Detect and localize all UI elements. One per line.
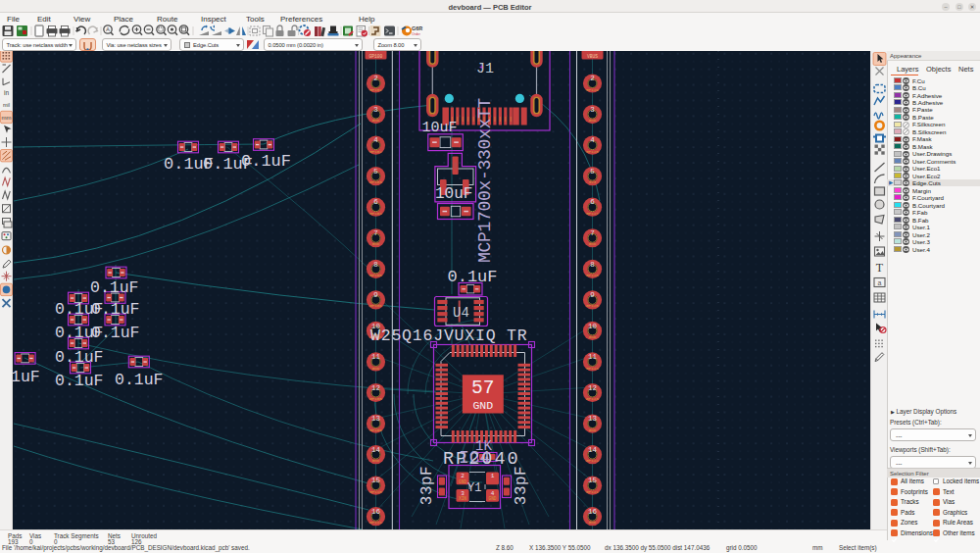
svg-text:GND: GND xyxy=(589,242,597,246)
svg-text:2: 2 xyxy=(590,75,595,82)
svg-text:Order: Order xyxy=(412,32,421,36)
svg-text:GP103: GP103 xyxy=(369,180,382,184)
svg-text:W25Q16JVUXIQ TR: W25Q16JVUXIQ TR xyxy=(370,327,528,345)
svg-text:12: 12 xyxy=(588,384,597,392)
svg-text:GND: GND xyxy=(589,521,597,525)
svg-text:14: 14 xyxy=(371,446,381,454)
svg-text:GP110: GP110 xyxy=(369,490,382,494)
svg-text:10uF: 10uF xyxy=(435,185,472,203)
svg-text:13: 13 xyxy=(371,415,381,423)
svg-text:33pF: 33pF xyxy=(418,466,436,505)
svg-text:GND: GND xyxy=(372,119,380,123)
svg-text:A: A xyxy=(106,26,110,32)
svg-text:XIN: XIN xyxy=(459,496,466,501)
svg-text:33pF: 33pF xyxy=(513,466,530,505)
svg-text:3: 3 xyxy=(590,106,595,114)
svg-text:3: 3 xyxy=(373,106,378,114)
svg-text:3V3: 3V3 xyxy=(589,180,597,184)
svg-text:2: 2 xyxy=(373,75,378,82)
svg-text:GP101: GP101 xyxy=(369,88,382,92)
svg-text:GP100: GP100 xyxy=(369,54,383,59)
svg-text:GND: GND xyxy=(589,428,597,432)
svg-text:T: T xyxy=(876,261,884,275)
svg-text:GND: GND xyxy=(372,242,380,246)
svg-text:GND: GND xyxy=(372,459,380,463)
svg-text:GND: GND xyxy=(589,335,597,339)
svg-text:VBUS: VBUS xyxy=(587,54,598,59)
svg-text:GP124: GP124 xyxy=(586,367,599,371)
svg-text:mm: mm xyxy=(2,115,12,121)
svg-text:9: 9 xyxy=(590,291,595,299)
svg-text:GND: GND xyxy=(488,496,496,501)
svg-text:9: 9 xyxy=(373,291,378,299)
svg-text:Y1: Y1 xyxy=(467,481,481,495)
svg-text:GP108: GP108 xyxy=(369,397,382,401)
svg-text:7: 7 xyxy=(590,229,595,237)
svg-text:in: in xyxy=(4,89,9,96)
svg-text:10uF: 10uF xyxy=(422,120,458,136)
svg-text:7: 7 xyxy=(373,229,378,237)
svg-text:8: 8 xyxy=(590,261,595,269)
svg-text:0.1uF: 0.1uF xyxy=(115,371,164,389)
svg-text:10: 10 xyxy=(588,323,598,330)
svg-text:GP102: GP102 xyxy=(369,150,382,154)
svg-text:16: 16 xyxy=(588,508,598,516)
svg-text:GND: GND xyxy=(459,479,466,484)
svg-text:GP121: GP121 xyxy=(586,490,599,494)
svg-text:5: 5 xyxy=(373,168,378,176)
svg-text:1: 1 xyxy=(491,473,495,479)
svg-text:16: 16 xyxy=(371,508,381,516)
svg-text:GP109: GP109 xyxy=(369,428,382,432)
svg-text:0.1uF: 0.1uF xyxy=(241,152,291,171)
svg-text:4: 4 xyxy=(590,136,595,144)
svg-text:0.1uF: 0.1uF xyxy=(91,300,140,319)
svg-text:0.1uF: 0.1uF xyxy=(55,348,104,367)
svg-text:4: 4 xyxy=(373,136,378,144)
svg-text:11: 11 xyxy=(371,353,381,361)
svg-text:GP122: GP122 xyxy=(586,459,599,463)
svg-text:6: 6 xyxy=(373,198,378,206)
svg-text:GP105: GP105 xyxy=(369,274,382,277)
svg-text:MCP1700x-330xxTT: MCP1700x-330xxTT xyxy=(475,97,495,263)
svg-text:GND: GND xyxy=(589,119,597,123)
svg-text:5: 5 xyxy=(590,168,595,176)
svg-text:0.1uF: 0.1uF xyxy=(90,278,139,297)
svg-text:GND: GND xyxy=(472,399,493,412)
svg-text:a: a xyxy=(878,279,882,286)
svg-text:57: 57 xyxy=(471,377,494,399)
svg-text:GND: GND xyxy=(372,367,380,371)
svg-text:mil: mil xyxy=(3,102,10,108)
svg-text:GP127: GP127 xyxy=(586,212,599,216)
svg-text:GP128: GP128 xyxy=(586,150,599,154)
svg-text:GP125: GP125 xyxy=(586,304,599,308)
svg-text:GP129: GP129 xyxy=(586,88,599,92)
svg-text:13: 13 xyxy=(588,415,598,423)
svg-text:+: + xyxy=(479,64,483,72)
svg-text:11: 11 xyxy=(588,353,598,361)
svg-text:GP123: GP123 xyxy=(586,397,599,401)
svg-text:GP126: GP126 xyxy=(586,274,599,277)
svg-text:8: 8 xyxy=(373,261,378,269)
svg-text:U4: U4 xyxy=(453,305,469,321)
svg-text:0.1uF: 0.1uF xyxy=(91,324,140,342)
svg-text:15: 15 xyxy=(371,477,381,484)
svg-text:GP106: GP106 xyxy=(369,304,382,308)
svg-text:GP104: GP104 xyxy=(369,212,382,216)
svg-text:12: 12 xyxy=(371,384,380,392)
svg-text:0.1uF: 0.1uF xyxy=(55,372,104,390)
svg-text:15: 15 xyxy=(588,477,598,484)
svg-text:GP111: GP111 xyxy=(369,521,382,525)
svg-text:G6R: G6R xyxy=(412,25,422,31)
svg-text:6: 6 xyxy=(590,198,595,206)
svg-text:1uF: 1uF xyxy=(13,368,40,386)
svg-text:14: 14 xyxy=(588,446,598,454)
